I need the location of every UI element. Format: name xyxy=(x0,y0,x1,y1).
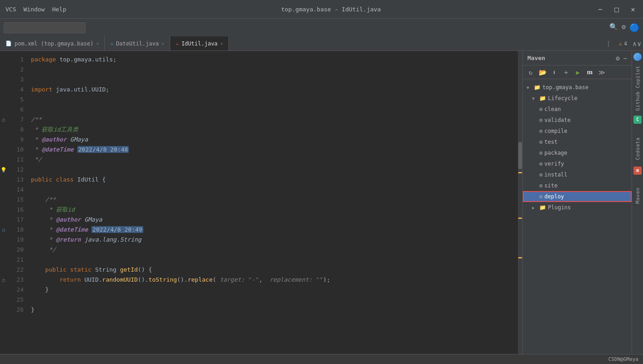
nav-down-arrow[interactable]: ∨ xyxy=(638,40,641,47)
maven-validate[interactable]: ⚙ validate xyxy=(523,115,632,126)
maven-close-icon[interactable]: − xyxy=(623,55,627,62)
code-line-26: } xyxy=(31,305,512,315)
maven-test-label: test xyxy=(544,139,628,145)
main-area: ○ 💡 ○ ○ 1 2 3 4 5 6 7 8 xyxy=(0,51,643,354)
test-gear-icon: ⚙ xyxy=(539,139,542,145)
gutter-item-17 xyxy=(0,215,7,225)
maven-settings-icon[interactable]: ⚙ xyxy=(616,55,619,62)
code-line-18: * @dateTime 2022/4/8 20:49 xyxy=(31,225,512,235)
line-numbers: 1 2 3 4 5 6 7 8 9 10 11 12 13 14 15 16 1… xyxy=(7,51,25,354)
gutter-item-13 xyxy=(0,175,7,185)
tab-dateutil-close[interactable]: ✕ xyxy=(162,41,164,46)
tab-idutil-label: IdUtil.java xyxy=(182,40,218,47)
lifecycle-arrow: ▼ xyxy=(532,96,537,101)
maven-compile[interactable]: ⚙ compile xyxy=(523,126,632,136)
search-icon[interactable]: 🔍 xyxy=(609,23,618,32)
maven-package-label: package xyxy=(544,150,628,156)
maven-m-btn[interactable]: m xyxy=(585,67,595,77)
maven-install[interactable]: ⚙ install xyxy=(523,169,632,180)
close-button[interactable]: ✕ xyxy=(628,5,638,14)
maven-more-btn[interactable]: ≫ xyxy=(597,67,607,77)
maven-lifecycle-label: Lifecycle xyxy=(548,95,628,101)
verify-gear-icon: ⚙ xyxy=(539,161,542,167)
gutter-item-23: ○ xyxy=(0,275,7,285)
clean-gear-icon: ⚙ xyxy=(539,106,542,112)
tab-idutil[interactable]: ☕ IdUtil.java ✕ xyxy=(170,36,229,51)
editor-scrollbar[interactable] xyxy=(518,51,522,354)
maven-site-label: site xyxy=(544,182,628,189)
maven-site[interactable]: ⚙ site xyxy=(523,180,632,191)
maximize-button[interactable]: □ xyxy=(612,5,621,14)
status-text: CSDN@GMaya xyxy=(608,356,638,362)
code-line-14 xyxy=(31,185,512,195)
tab-pom-close[interactable]: ✕ xyxy=(96,41,99,46)
gutter-breakpoint-1 xyxy=(0,55,7,65)
scrollbar-thumb[interactable] xyxy=(518,142,522,169)
maven-toolbar: ↻ 📂 ⬇ + ▶ m ≫ xyxy=(523,66,632,79)
nav-up-arrow[interactable]: ∧ xyxy=(633,40,636,47)
maven-deploy-label: deploy xyxy=(544,193,628,200)
maven-run-btn[interactable]: ▶ xyxy=(573,67,583,77)
settings-icon[interactable]: ⚙ xyxy=(622,23,626,32)
search-input[interactable] xyxy=(4,22,86,33)
code-line-25 xyxy=(31,295,512,305)
package-gear-icon: ⚙ xyxy=(539,150,542,156)
lifecycle-folder-icon: 📁 xyxy=(539,95,546,101)
install-gear-icon: ⚙ xyxy=(539,172,542,178)
code-line-7: /** xyxy=(31,115,512,125)
warnings-indicator: ⚠ 4 xyxy=(615,36,631,51)
code-line-11: */ xyxy=(31,155,512,165)
gutter-item-14 xyxy=(0,185,7,195)
copilot-avatar-icon xyxy=(633,53,642,61)
tab-dateutil[interactable]: ☕ DateUtil.java ✕ xyxy=(105,36,170,51)
gutter-item-6 xyxy=(0,105,7,115)
maven-verify[interactable]: ⚙ verify xyxy=(523,158,632,169)
gutter-breakpoint-7: ○ xyxy=(0,115,7,125)
menu-bar: VCS Window Help xyxy=(5,6,66,13)
code-line-17: * @author GMaya xyxy=(31,215,512,225)
code-editor[interactable]: package top.gmaya.utils; import java.uti… xyxy=(25,51,518,354)
gutter-item-8 xyxy=(0,125,7,135)
maven-plugins-label: Plugins xyxy=(548,204,628,211)
scrollbar-marker-2 xyxy=(518,217,522,219)
code-line-16: * 获取id xyxy=(31,205,512,215)
code-line-13: public class IdUtil { xyxy=(31,175,512,185)
codoata-label[interactable]: Codoata xyxy=(635,135,641,163)
maven-package[interactable]: ⚙ package xyxy=(523,147,632,158)
maven-lifecycle-section[interactable]: ▼ 📁 Lifecycle xyxy=(523,93,632,104)
menu-vcs[interactable]: VCS xyxy=(5,6,16,13)
code-line-10: * @dateTime 2022/4/8 20:48 xyxy=(31,145,512,155)
menu-help[interactable]: Help xyxy=(52,6,66,13)
tab-idutil-close[interactable]: ✕ xyxy=(220,41,223,46)
code-line-3 xyxy=(31,75,512,85)
maven-add-btn[interactable]: + xyxy=(561,67,571,77)
maven-project-root[interactable]: ▼ 📁 top.gmaya.base xyxy=(523,82,632,93)
maven-verify-label: verify xyxy=(544,161,628,167)
maven-clean[interactable]: ⚙ clean xyxy=(523,104,632,115)
title-bar: VCS Window Help top.gmaya.base - IdUtil.… xyxy=(0,0,643,18)
maven-deploy[interactable]: ⚙ deploy xyxy=(523,191,632,202)
minimize-button[interactable]: − xyxy=(596,5,605,14)
nav-arrows: ∧ ∨ xyxy=(631,36,643,51)
maven-title: Maven xyxy=(527,55,616,61)
gutter-item-5 xyxy=(0,95,7,105)
maven-download-btn[interactable]: ⬇ xyxy=(549,67,559,77)
maven-side-icon: m xyxy=(633,167,642,175)
maven-folder-btn[interactable]: 📂 xyxy=(537,67,547,77)
maven-test[interactable]: ⚙ test xyxy=(523,136,632,147)
tab-more-button[interactable]: ⋮ xyxy=(602,36,615,51)
github-copilot-label[interactable]: Github Copilot xyxy=(635,63,641,114)
tab-bar: 📄 pom.xml (top.gmaya.base) ✕ ☕ DateUtil.… xyxy=(0,36,643,51)
gutter-item-15 xyxy=(0,195,7,205)
tab-pom[interactable]: 📄 pom.xml (top.gmaya.base) ✕ xyxy=(0,36,105,51)
menu-window[interactable]: Window xyxy=(23,6,45,13)
root-folder-icon: 📁 xyxy=(534,84,541,91)
maven-project-label: top.gmaya.base xyxy=(542,84,628,91)
maven-refresh-btn[interactable]: ↻ xyxy=(526,67,536,77)
maven-clean-label: clean xyxy=(544,106,628,112)
scrollbar-marker-3 xyxy=(518,257,522,258)
maven-side-label[interactable]: Maven xyxy=(635,185,641,207)
tab-dateutil-label: DateUtil.java xyxy=(116,40,159,47)
deploy-gear-icon: ⚙ xyxy=(539,193,542,200)
maven-plugins-section[interactable]: ▶ 📁 Plugins xyxy=(523,202,632,213)
